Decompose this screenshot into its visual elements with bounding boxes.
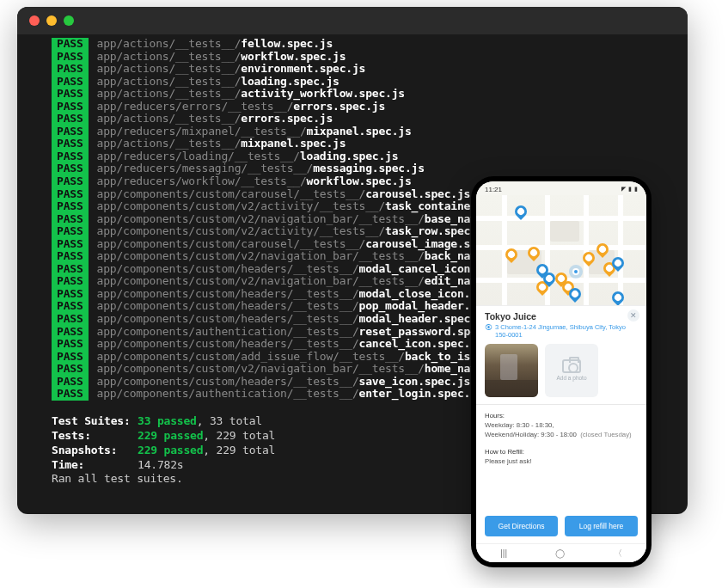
test-path-file: errors.spec.js [293,101,385,113]
test-result-line: PASSapp/actions/__tests__/loading.spec.j… [17,76,688,89]
test-path-file: home_nav [425,363,477,376]
pass-badge: PASS [52,88,89,101]
location-pin-icon: ⦿ [485,324,492,332]
place-detail-sheet: Tokyo Juice ✕ ⦿ 3 Chome-1-24 Jingumae, S… [476,305,646,562]
test-path-dir: app/components/authentication/__tests__/ [97,326,359,339]
pass-badge: PASS [52,288,89,301]
test-path-dir: app/actions/__tests__/ [97,113,242,126]
test-path-dir: app/components/custom/carousel/__tests__… [97,238,366,251]
pass-badge: PASS [52,175,89,188]
place-address[interactable]: 3 Chome-1-24 Jingumae, Shibuya City, Tok… [495,323,638,340]
test-path-dir: app/actions/__tests__/ [97,88,242,101]
status-time: 11:21 [485,186,502,193]
window-close-icon[interactable] [29,15,40,26]
test-path-dir: app/reducers/mixpanel/__tests__/ [97,126,307,138]
summary-time-value: 14.782s [138,458,183,473]
place-photo[interactable] [485,344,538,397]
test-result-line: PASSapp/reducers/mixpanel/__tests__/mixp… [17,126,688,138]
pass-badge: PASS [52,51,89,64]
test-path-file: environment.spec.js [241,63,365,76]
sheet-header: Tokyo Juice ✕ ⦿ 3 Chome-1-24 Jingumae, S… [476,306,646,344]
test-path-file: mixpanel.spec.js [241,138,346,150]
android-nav-bar: ||| ◯ 〈 [476,543,646,562]
pass-badge: PASS [52,38,89,51]
test-path-dir: app/components/authentication/__tests__/ [97,388,359,401]
pass-badge: PASS [52,363,89,376]
pass-badge: PASS [52,338,89,351]
test-path-dir: app/components/custom/carousel/__tests__… [97,188,366,201]
pass-badge: PASS [52,200,89,213]
refill-label: How to Refill: [485,448,638,457]
pass-badge: PASS [52,250,89,263]
log-refill-button[interactable]: Log refill here [565,516,638,536]
test-path-file: base_nav [425,213,477,226]
test-path-file: cancel_icon.spec.j [359,338,477,351]
test-result-line: PASSapp/actions/__tests__/errors.spec.js [17,113,688,126]
test-result-line: PASSapp/reducers/loading/__tests__/loadi… [17,150,688,163]
test-path-file: carousel_image.sp [365,238,477,251]
test-path-file: modal_header.spec. [359,313,477,326]
summary-tests-passed: 229 passed [138,429,203,444]
place-title: Tokyo Juice [485,311,638,322]
add-photo-label: Add a photo [556,375,586,381]
test-path-file: errors.spec.js [241,113,333,126]
window-zoom-icon[interactable] [64,15,74,26]
test-path-dir: app/components/custom/v2/navigation_bar/… [97,250,425,263]
map-pin-blue[interactable] [609,289,627,305]
nav-recent-icon[interactable]: ||| [500,548,507,558]
action-button-row: Get Directions Log refill here [476,511,646,543]
camera-icon [562,359,581,373]
summary-suites-label: Test Suites: [52,414,138,429]
test-path-dir: app/actions/__tests__/ [97,63,242,76]
pass-badge: PASS [52,376,89,389]
photo-row: Add a photo [476,344,646,404]
status-icons: ◤ ▮ ▮ [621,186,638,193]
test-path-file: save_icon.spec.js [359,376,471,389]
test-result-line: PASSapp/actions/__tests__/mixpanel.spec.… [17,138,688,150]
summary-time-label: Time: [52,458,138,473]
test-path-file: back_nav [425,250,477,263]
hours-weekend: Weekend/Holiday: 9:30 - 18:00 (closed Tu… [485,431,638,440]
test-path-dir: app/components/custom/v2/navigation_bar/… [97,275,425,288]
test-path-dir: app/components/custom/v2/activity/__test… [97,200,386,213]
nav-home-icon[interactable]: ◯ [555,548,565,558]
phone-screen: 11:21 ◤ ▮ ▮ Tokyo Juice ✕ ⦿ [476,181,646,562]
pass-badge: PASS [52,213,89,226]
test-path-file: loading.spec.js [241,76,339,89]
refill-block: How to Refill: Please just ask! [476,446,646,474]
pass-badge: PASS [52,138,89,150]
map-view[interactable] [476,195,646,305]
test-path-file: reset_password.spe [359,326,477,339]
battery-icon: ▮ [634,186,638,193]
closed-note: (closed Tuesday) [580,431,631,438]
hours-weekday: Weekday: 8:30 - 18:30, [485,421,638,431]
test-path-file: task_container [385,200,477,213]
pass-badge: PASS [52,225,89,238]
add-photo-button[interactable]: Add a photo [545,344,598,397]
summary-tests-total: , 229 total [203,429,275,444]
test-path-file: fellow.spec.js [241,38,333,51]
test-path-file: modal_close_icon.s [359,288,477,301]
test-result-line: PASSapp/actions/__tests__/activity_workf… [17,88,688,101]
test-path-dir: app/components/custom/v2/navigation_bar/… [97,363,425,376]
test-result-line: PASSapp/actions/__tests__/workflow.spec.… [17,51,688,64]
pass-badge: PASS [52,113,89,126]
test-path-dir: app/components/custom/headers/__tests__/ [97,376,359,389]
test-path-dir: app/reducers/workflow/__tests__/ [97,175,307,188]
pass-badge: PASS [52,101,89,113]
pass-badge: PASS [52,238,89,251]
test-path-file: mixpanel.spec.js [307,126,412,138]
test-path-file: carousel.spec.js [365,188,470,201]
get-directions-button[interactable]: Get Directions [485,516,558,536]
summary-suites-passed: 33 passed [138,414,197,429]
window-minimize-icon[interactable] [46,15,57,26]
test-path-dir: app/actions/__tests__/ [97,38,242,51]
pass-badge: PASS [52,63,89,76]
pass-badge: PASS [52,351,89,364]
wifi-icon: ◤ [621,186,626,193]
test-path-file: workflow.spec.js [241,51,346,64]
test-path-file: task_row.spec. [385,225,477,238]
test-path-dir: app/actions/__tests__/ [97,51,242,64]
close-icon[interactable]: ✕ [627,309,639,322]
nav-back-icon[interactable]: 〈 [614,548,622,560]
